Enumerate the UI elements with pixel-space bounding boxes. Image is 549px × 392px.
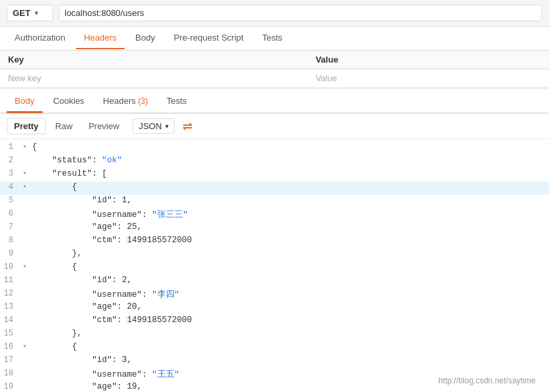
line-number: 14	[0, 315, 20, 325]
method-select[interactable]: GET ▾	[7, 5, 53, 21]
json-viewer: 1▾{2 "status": "ok"3▾ "result": [4▾ {5 "…	[0, 139, 549, 392]
json-line: 8 "ctm": 1499185572000	[0, 235, 549, 248]
line-number: 10	[0, 262, 20, 272]
line-toggle[interactable]: ▾	[20, 342, 29, 350]
line-number: 15	[0, 329, 20, 338]
key-column-header: Key	[0, 51, 308, 69]
line-content: "ctm": 1499185572000	[29, 236, 192, 245]
new-value-input[interactable]: Value	[308, 69, 549, 88]
watermark: http://blog.csdn.net/saytime	[438, 376, 536, 385]
line-number: 18	[0, 369, 20, 378]
line-content: "username": "张三三"	[29, 209, 188, 220]
json-format-select[interactable]: JSON ▾	[133, 118, 175, 134]
json-line: 9 },	[0, 248, 549, 262]
method-chevron: ▾	[35, 9, 38, 17]
line-content: {	[29, 182, 77, 192]
line-content: {	[29, 262, 77, 272]
url-input[interactable]	[59, 5, 542, 21]
pretty-button[interactable]: Pretty	[7, 118, 46, 134]
line-content: "status": "ok"	[29, 156, 122, 165]
line-content: },	[29, 329, 82, 338]
tab-body-request[interactable]: Body	[127, 27, 163, 49]
tab-headers-response[interactable]: Headers (3)	[95, 91, 156, 113]
json-line: 4▾ {	[0, 182, 549, 195]
header-new-row: New key Value	[0, 69, 549, 88]
line-content: "age": 20,	[29, 302, 142, 311]
json-format-chevron: ▾	[165, 122, 169, 130]
json-line: 16▾ {	[0, 341, 549, 355]
json-format-label: JSON	[139, 121, 162, 131]
line-number: 17	[0, 355, 20, 365]
line-content: "age": 19,	[29, 382, 142, 391]
json-line: 17 "id": 3,	[0, 355, 549, 368]
value-column-header: Value	[308, 51, 549, 69]
json-line: 11 "id": 2,	[0, 275, 549, 288]
line-content: },	[29, 249, 82, 258]
raw-button[interactable]: Raw	[49, 118, 79, 134]
line-number: 2	[0, 156, 20, 165]
line-content: "id": 3,	[29, 355, 132, 365]
line-content: "id": 2,	[29, 276, 132, 285]
line-content: "username": "王五"	[29, 369, 179, 380]
line-toggle[interactable]: ▾	[20, 262, 29, 270]
line-number: 5	[0, 196, 20, 205]
line-number: 6	[0, 209, 20, 218]
preview-button[interactable]: Preview	[82, 118, 126, 134]
json-line: 5 "id": 1,	[0, 195, 549, 208]
line-number: 16	[0, 342, 20, 351]
line-content: {	[29, 342, 77, 351]
line-number: 11	[0, 276, 20, 285]
tab-cookies[interactable]: Cookies	[45, 91, 93, 113]
headers-badge: (3)	[138, 97, 148, 106]
line-content: "age": 25,	[29, 222, 142, 232]
tab-headers[interactable]: Headers	[76, 27, 125, 49]
line-number: 13	[0, 302, 20, 311]
line-number: 8	[0, 236, 20, 245]
url-bar: GET ▾	[0, 0, 549, 27]
tab-body-response[interactable]: Body	[7, 91, 43, 113]
json-line: 7 "age": 25,	[0, 222, 549, 235]
method-label: GET	[13, 8, 31, 18]
line-number: 12	[0, 289, 20, 298]
json-line: 15 },	[0, 328, 549, 341]
line-toggle[interactable]: ▾	[20, 169, 29, 177]
line-number: 9	[0, 249, 20, 258]
tab-tests-request[interactable]: Tests	[254, 27, 290, 49]
json-line: 10▾ {	[0, 262, 549, 275]
line-number: 3	[0, 169, 20, 178]
wrap-icon[interactable]: ⇌	[183, 119, 193, 134]
response-tabs-bar: Body Cookies Headers (3) Tests	[0, 90, 549, 114]
line-content: {	[29, 142, 37, 152]
new-key-input[interactable]: New key	[0, 69, 308, 88]
json-line: 3▾ "result": [	[0, 168, 549, 182]
json-line: 6 "username": "张三三"	[0, 208, 549, 222]
request-tabs-bar: Authorization Headers Body Pre-request S…	[0, 27, 549, 51]
tab-authorization[interactable]: Authorization	[7, 27, 73, 49]
line-content: "result": [	[29, 169, 107, 178]
json-line: 2 "status": "ok"	[0, 155, 549, 168]
json-line: 1▾{	[0, 142, 549, 155]
tab-pre-request-script[interactable]: Pre-request Script	[166, 27, 252, 49]
line-toggle[interactable]: ▾	[20, 182, 29, 190]
tab-tests-response[interactable]: Tests	[159, 91, 195, 113]
line-toggle[interactable]: ▾	[20, 142, 29, 150]
line-number: 7	[0, 222, 20, 232]
json-line: 14 "ctm": 1499185572000	[0, 315, 549, 328]
line-content: "username": "李四"	[29, 289, 179, 300]
line-number: 1	[0, 142, 20, 152]
headers-section: Key Value New key Value	[0, 51, 549, 89]
line-content: "id": 1,	[29, 196, 132, 205]
json-line: 13 "age": 20,	[0, 301, 549, 315]
format-bar: Pretty Raw Preview JSON ▾ ⇌	[0, 114, 549, 139]
line-number: 19	[0, 382, 20, 391]
line-number: 4	[0, 182, 20, 192]
json-line: 12 "username": "李四"	[0, 288, 549, 301]
line-content: "ctm": 1499185572000	[29, 315, 192, 325]
